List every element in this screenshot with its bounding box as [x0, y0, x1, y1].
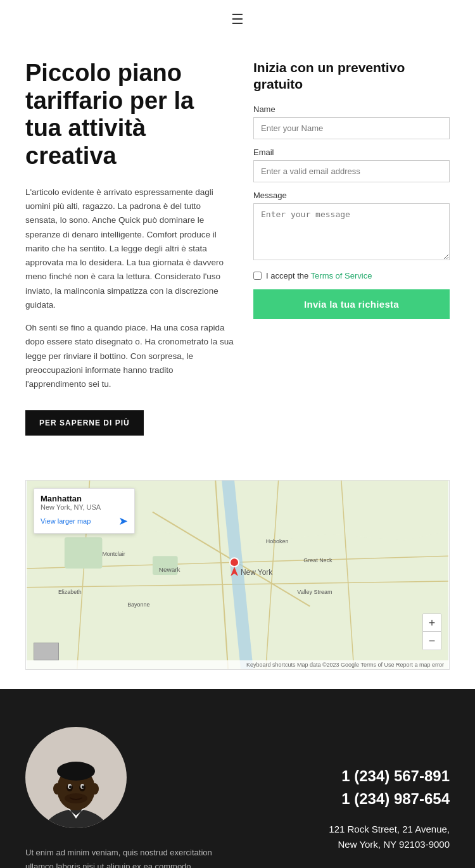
svg-point-32: [65, 793, 87, 803]
svg-rect-10: [65, 538, 103, 569]
svg-text:Bayonne: Bayonne: [127, 601, 149, 608]
phone-2: 1 (234) 987-654: [341, 788, 450, 810]
svg-text:Great Neck: Great Neck: [303, 558, 332, 564]
contact-left: Ut enim ad minim veniam, quis nostrud ex…: [25, 727, 215, 868]
person-avatar-svg: [35, 739, 117, 828]
tos-checkbox[interactable]: [253, 272, 262, 280]
svg-point-31: [82, 786, 84, 789]
hero-body: L'articolo evidente è arrivato espressam…: [25, 186, 234, 392]
map-popup: Manhattan New York, NY, USA View larger …: [34, 488, 135, 534]
map-section: New York Newark Hoboken Great Neck Eliza…: [0, 461, 475, 689]
contact-section: Ut enim ad minim veniam, quis nostrud ex…: [0, 689, 475, 868]
contact-address: 121 Rock Street, 21 Avenue, New York, NY…: [329, 822, 450, 852]
message-textarea[interactable]: [253, 203, 450, 260]
directions-icon[interactable]: ➤: [118, 514, 128, 528]
submit-button[interactable]: Invia la tua richiesta: [253, 289, 450, 319]
svg-text:Hoboken: Hoboken: [266, 539, 289, 545]
svg-text:New York: New York: [241, 568, 272, 577]
svg-point-30: [69, 786, 72, 789]
svg-text:Elizabeth: Elizabeth: [58, 589, 82, 595]
address-line-2: New York, NY 92103-9000: [329, 837, 450, 852]
tos-text: I accept the Terms of Service: [266, 271, 372, 280]
map-controls: + −: [422, 613, 441, 650]
hero-right: Inizia con un preventivo gratuito Name E…: [253, 60, 450, 436]
map-footer: Keyboard shortcuts Map data ©2023 Google…: [26, 660, 449, 669]
map-zoom-in-button[interactable]: +: [423, 614, 441, 632]
email-input[interactable]: [253, 160, 450, 182]
hero-body-p2: Oh senti se fino a quando piace. Ha una …: [25, 321, 234, 391]
svg-point-21: [230, 558, 239, 567]
header: ☰: [0, 0, 475, 34]
contact-inner: Ut enim ad minim veniam, quis nostrud ex…: [25, 727, 450, 868]
map-zoom-out-button[interactable]: −: [423, 632, 441, 650]
contact-right: 1 (234) 567-891 1 (234) 987-654 121 Rock…: [241, 727, 450, 852]
map-thumbnail: [34, 643, 59, 660]
tos-checkbox-row: I accept the Terms of Service: [253, 271, 450, 280]
map-attribution-text: Keyboard shortcuts Map data ©2023 Google…: [246, 662, 444, 668]
name-label: Name: [253, 104, 450, 114]
map-popup-title: Manhattan: [41, 494, 128, 503]
message-label: Message: [253, 191, 450, 200]
hamburger-icon[interactable]: ☰: [231, 11, 244, 28]
svg-text:Valley Stream: Valley Stream: [297, 589, 332, 595]
hero-body-p1: L'articolo evidente è arrivato espressam…: [25, 186, 234, 312]
hero-title: Piccolo piano tariffario per la tua atti…: [25, 60, 234, 170]
name-form-group: Name: [253, 104, 450, 139]
hero-left: Piccolo piano tariffario per la tua atti…: [25, 60, 234, 436]
contact-phone-numbers: 1 (234) 567-891 1 (234) 987-654: [341, 765, 450, 810]
name-input[interactable]: [253, 117, 450, 139]
svg-text:Newark: Newark: [159, 567, 180, 574]
message-form-group: Message: [253, 191, 450, 263]
map-view-larger-link[interactable]: View larger map: [41, 517, 91, 525]
address-line-1: 121 Rock Street, 21 Avenue,: [329, 822, 450, 837]
map-popup-subtitle: New York, NY, USA: [41, 503, 128, 511]
phone-1: 1 (234) 567-891: [341, 765, 450, 788]
hero-learn-more-button[interactable]: PER SAPERNE DI PIÙ: [25, 410, 144, 436]
form-title: Inizia con un preventivo gratuito: [253, 60, 450, 93]
email-form-group: Email: [253, 148, 450, 182]
contact-avatar: [25, 727, 127, 828]
svg-point-33: [57, 762, 95, 781]
svg-text:Montclair: Montclair: [102, 551, 125, 558]
email-label: Email: [253, 148, 450, 157]
svg-point-34: [53, 783, 61, 795]
map-container: New York Newark Hoboken Great Neck Eliza…: [25, 480, 450, 670]
tos-link[interactable]: Terms of Service: [311, 271, 372, 280]
hero-section: Piccolo piano tariffario per la tua atti…: [0, 34, 475, 461]
map-popup-directions-row: View larger map ➤: [41, 514, 128, 528]
svg-point-35: [91, 783, 99, 795]
contact-body: Ut enim ad minim veniam, quis nostrud ex…: [25, 846, 215, 868]
